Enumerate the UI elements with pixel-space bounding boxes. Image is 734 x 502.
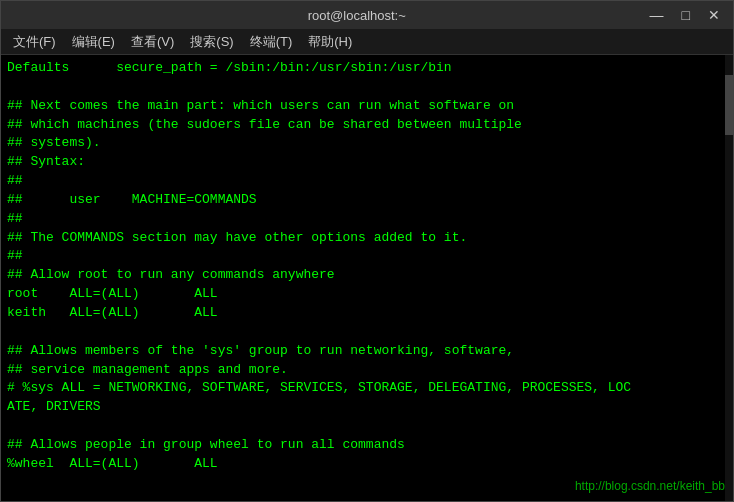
minimize-button[interactable]: — [645, 5, 669, 25]
terminal-content[interactable]: Defaults secure_path = /sbin:/bin:/usr/s… [1, 55, 733, 501]
terminal-line: ATE, DRIVERS [7, 398, 727, 417]
close-button[interactable]: ✕ [703, 5, 725, 25]
terminal-line: ## [7, 247, 727, 266]
terminal-line: keith ALL=(ALL) ALL [7, 304, 727, 323]
terminal-line: ## Allows members of the 'sys' group to … [7, 342, 727, 361]
title-bar: root@localhost:~ — □ ✕ [1, 1, 733, 29]
menu-item[interactable]: 查看(V) [123, 30, 182, 54]
maximize-button[interactable]: □ [677, 5, 695, 25]
title-bar-controls: — □ ✕ [645, 5, 725, 25]
menu-item[interactable]: 搜索(S) [182, 30, 241, 54]
menu-item[interactable]: 编辑(E) [64, 30, 123, 54]
terminal-output: Defaults secure_path = /sbin:/bin:/usr/s… [7, 59, 727, 474]
terminal-line: ## Allows people in group wheel to run a… [7, 436, 727, 455]
window-title: root@localhost:~ [308, 8, 406, 23]
scrollbar[interactable] [725, 55, 733, 501]
terminal-line: %wheel ALL=(ALL) ALL [7, 455, 727, 474]
menu-bar: 文件(F)编辑(E)查看(V)搜索(S)终端(T)帮助(H) [1, 29, 733, 55]
terminal-line: ## Syntax: [7, 153, 727, 172]
terminal-line: ## Allow root to run any commands anywhe… [7, 266, 727, 285]
menu-item[interactable]: 终端(T) [242, 30, 301, 54]
terminal-line: ## systems). [7, 134, 727, 153]
watermark: http://blog.csdn.net/keith_bb [575, 479, 725, 493]
terminal-line: ## Next comes the main part: which users… [7, 97, 727, 116]
terminal-line: ## service management apps and more. [7, 361, 727, 380]
terminal-line [7, 323, 727, 342]
terminal-line [7, 417, 727, 436]
terminal-line [7, 78, 727, 97]
terminal-line: ## [7, 172, 727, 191]
terminal-line: Defaults secure_path = /sbin:/bin:/usr/s… [7, 59, 727, 78]
terminal-line: ## The COMMANDS section may have other o… [7, 229, 727, 248]
terminal-line: ## [7, 210, 727, 229]
scrollbar-thumb[interactable] [725, 75, 733, 135]
menu-item[interactable]: 帮助(H) [300, 30, 360, 54]
terminal-line: # %sys ALL = NETWORKING, SOFTWARE, SERVI… [7, 379, 727, 398]
terminal-line: ## user MACHINE=COMMANDS [7, 191, 727, 210]
terminal-line: ## which machines (the sudoers file can … [7, 116, 727, 135]
menu-item[interactable]: 文件(F) [5, 30, 64, 54]
terminal-window: root@localhost:~ — □ ✕ 文件(F)编辑(E)查看(V)搜索… [0, 0, 734, 502]
terminal-line: root ALL=(ALL) ALL [7, 285, 727, 304]
